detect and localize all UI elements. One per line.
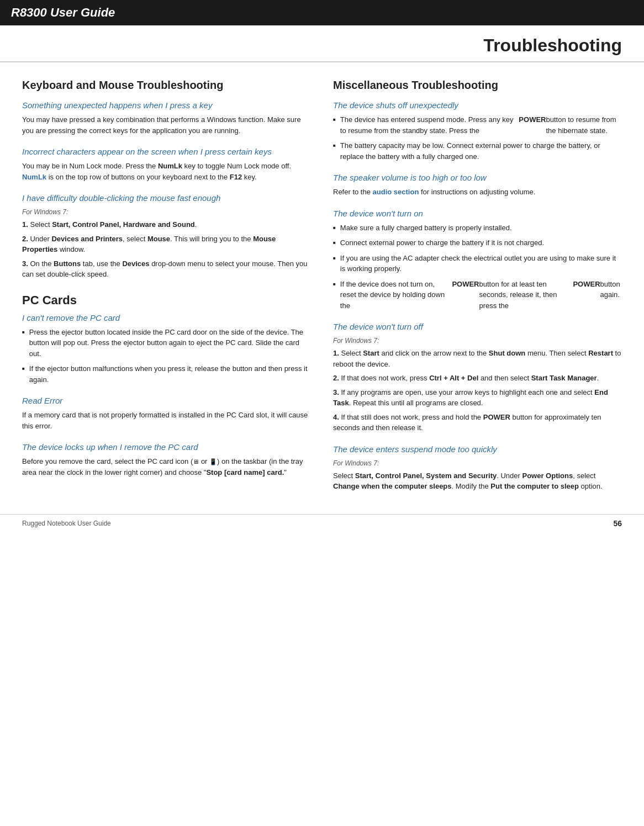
main-content: Keyboard and Mouse Troubleshooting Somet… (0, 62, 644, 514)
double-click-for-windows: For Windows 7: (22, 207, 311, 217)
pc-cards-heading: PC Cards (22, 293, 311, 308)
list-item: Connect external power to charge the bat… (333, 237, 622, 248)
wont-turn-on-bullets: Make sure a fully charged battery is pro… (333, 223, 622, 311)
list-item: 2. Under Devices and Printers, select Mo… (22, 234, 311, 255)
speaker-volume-subheading: The speaker volume is too high or too lo… (333, 173, 622, 182)
page-title: Troubleshooting (483, 35, 622, 55)
wont-turn-off-steps: 1. Select Start and click on the arrow n… (333, 348, 622, 433)
footer-page-number: 56 (613, 519, 622, 528)
wont-turn-off-subheading: The device won't turn off (333, 322, 622, 331)
cant-remove-bullets: Press the ejector button located inside … (22, 327, 311, 385)
keyboard-section-heading: Keyboard and Mouse Troubleshooting (22, 79, 311, 92)
device-locks-subheading: The device locks up when I remove the PC… (22, 442, 311, 452)
list-item: 4. If that still does not work, press an… (333, 412, 622, 433)
misc-section-heading: Miscellaneous Troubleshooting (333, 79, 622, 92)
list-item: 3. If any programs are open, use your ar… (333, 387, 622, 409)
unexpected-key-body: You may have pressed a key combination t… (22, 114, 311, 136)
list-item: The battery capacity may be low. Connect… (333, 140, 622, 162)
read-error-body: If a memory card that is not properly fo… (22, 410, 311, 431)
wont-turn-on-subheading: The device won't turn on (333, 209, 622, 218)
footer-left: Rugged Notebook User Guide (22, 520, 111, 527)
double-click-subheading: I have difficulty double-clicking the mo… (22, 193, 311, 203)
suspend-mode-body: Select Start, Control Panel, System and … (333, 470, 622, 492)
read-error-subheading: Read Error (22, 396, 311, 405)
left-column: Keyboard and Mouse Troubleshooting Somet… (22, 79, 311, 497)
list-item: 3. On the Buttons tab, use the Devices d… (22, 258, 311, 280)
list-item: 1. Select Start and click on the arrow n… (333, 348, 622, 369)
right-column: Miscellaneous Troubleshooting The device… (333, 79, 622, 497)
incorrect-chars-body: You may be in Num Lock mode. Press the N… (22, 161, 311, 182)
suspend-mode-subheading: The device enters suspend mode too quick… (333, 444, 622, 454)
list-item: If you are using the AC adapter check th… (333, 253, 622, 274)
cant-remove-subheading: I can't remove the PC card (22, 313, 311, 322)
list-item: 1. Select Start, Control Panel, Hardware… (22, 219, 311, 230)
suspend-mode-for-windows: For Windows 7: (333, 458, 622, 468)
page-title-area: Troubleshooting (0, 25, 644, 62)
unexpected-key-subheading: Something unexpected happens when I pres… (22, 100, 311, 110)
wont-turn-off-for-windows: For Windows 7: (333, 336, 622, 346)
list-item: If the device does not turn on, reset th… (333, 279, 622, 311)
list-item: If the ejector button malfunctions when … (22, 363, 311, 385)
speaker-volume-body: Refer to the audio section for instructi… (333, 187, 622, 198)
list-item: Make sure a fully charged battery is pro… (333, 223, 622, 234)
shuts-off-subheading: The device shuts off unexpectedly (333, 100, 622, 110)
list-item: Press the ejector button located inside … (22, 327, 311, 359)
double-click-steps: 1. Select Start, Control Panel, Hardware… (22, 219, 311, 280)
footer: Rugged Notebook User Guide 56 (0, 514, 644, 532)
shuts-off-bullets: The device has entered suspend mode. Pre… (333, 114, 622, 162)
list-item: The device has entered suspend mode. Pre… (333, 114, 622, 136)
header-title: R8300 User Guide (11, 6, 115, 20)
header-bar: R8300 User Guide (0, 0, 644, 25)
list-item: 2. If that does not work, press Ctrl + A… (333, 373, 622, 384)
device-locks-body: Before you remove the card, select the P… (22, 456, 311, 478)
incorrect-chars-subheading: Incorrect characters appear on the scree… (22, 147, 311, 156)
